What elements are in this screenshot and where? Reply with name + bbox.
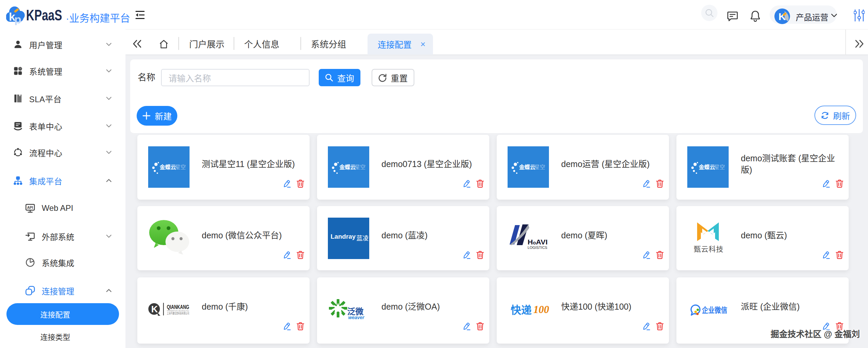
svg-text:上海千康信息科技有限公司: 上海千康信息科技有限公司: [167, 311, 189, 315]
svg-text:100: 100: [533, 304, 549, 315]
svg-text:星空: 星空: [355, 164, 366, 170]
svg-text:金蝶云: 金蝶云: [159, 164, 176, 170]
svg-text:金蝶云: 金蝶云: [519, 164, 535, 170]
svg-text:INFORMATION TECHNOLOGY: INFORMATION TECHNOLOGY: [167, 310, 189, 312]
svg-text:金蝶云: 金蝶云: [698, 164, 715, 170]
svg-text:星空: 星空: [175, 164, 186, 170]
svg-text:p: p: [14, 13, 21, 25]
svg-text:甄云科技: 甄云科技: [694, 245, 724, 253]
svg-text:API: API: [27, 205, 33, 209]
svg-text:企业微信: 企业微信: [702, 306, 727, 314]
svg-text:weaver: weaver: [348, 315, 365, 320]
svg-text:LOGISTICS: LOGISTICS: [528, 246, 547, 250]
svg-text:HoAVI: HoAVI: [528, 238, 548, 246]
svg-text:星空: 星空: [534, 164, 545, 170]
svg-text:K: K: [151, 304, 158, 314]
svg-text:星空: 星空: [714, 164, 725, 170]
svg-text:快递: 快递: [511, 304, 532, 316]
svg-text:K: K: [778, 11, 786, 22]
svg-text:金蝶云: 金蝶云: [339, 164, 356, 170]
